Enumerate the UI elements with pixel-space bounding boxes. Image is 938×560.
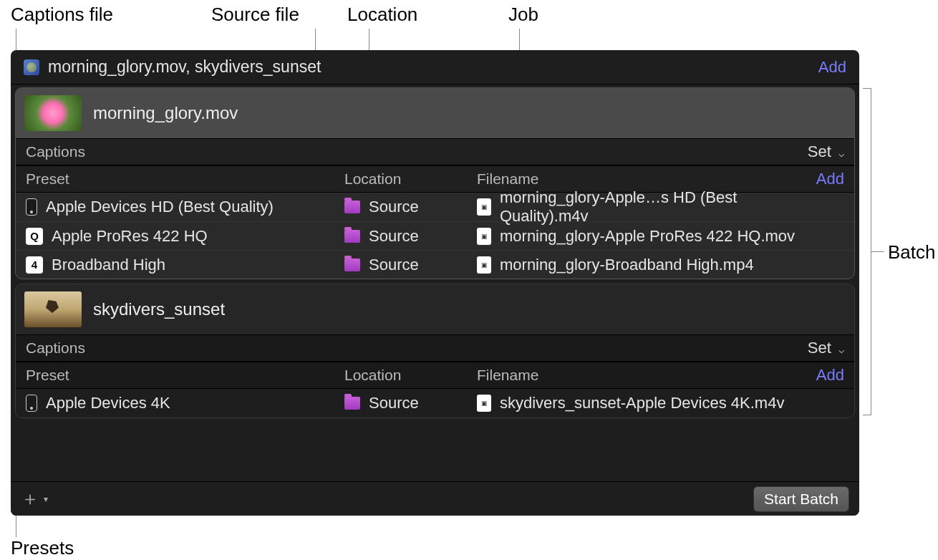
job-name: skydivers_sunset xyxy=(93,299,225,319)
compressor-icon xyxy=(24,59,39,75)
folder-icon xyxy=(344,201,360,213)
preset-add-link[interactable]: Add xyxy=(801,170,844,188)
preset-name: Apple Devices 4K xyxy=(46,394,170,412)
captions-row: CaptionsSet ⌵ xyxy=(16,138,854,165)
job-header[interactable]: skydivers_sunset xyxy=(16,284,854,334)
device-icon xyxy=(26,395,37,412)
captions-row: CaptionsSet ⌵ xyxy=(16,334,854,362)
preset-name: Apple Devices HD (Best Quality) xyxy=(46,198,274,216)
jobs-container: morning_glory.movCaptionsSet ⌵PresetLoca… xyxy=(11,85,859,481)
col-header-filename: Filename xyxy=(477,367,801,384)
preset-row[interactable]: 4Broadband HighSource▣morning_glory-Broa… xyxy=(16,250,854,279)
preset-location: Source xyxy=(369,227,419,246)
callout-presets: Presets xyxy=(11,537,74,559)
folder-icon xyxy=(344,397,360,410)
col-header-preset: Preset xyxy=(26,367,344,384)
batch-panel: morning_glory.mov, skydivers_sunset Add … xyxy=(11,50,859,516)
preset-row[interactable]: QApple ProRes 422 HQSource▣morning_glory… xyxy=(16,221,854,250)
col-header-location: Location xyxy=(344,367,477,384)
prores-icon: Q xyxy=(26,228,43,245)
chevron-down-icon: ⌵ xyxy=(838,148,844,159)
callout-captions-file: Captions file xyxy=(11,4,113,26)
add-preset-button[interactable]: ＋ ▾ xyxy=(21,486,48,511)
captions-label: Captions xyxy=(26,143,85,160)
preset-row[interactable]: Apple Devices HD (Best Quality)Source▣mo… xyxy=(16,193,854,221)
preset-filename: morning_glory-Apple…s HD (Best Quality).… xyxy=(500,188,801,226)
job-thumbnail xyxy=(24,291,82,327)
callout-batch: Batch xyxy=(888,241,936,264)
col-header-filename: Filename xyxy=(477,170,801,188)
captions-set-button[interactable]: Set ⌵ xyxy=(808,339,844,357)
job[interactable]: skydivers_sunsetCaptionsSet ⌵PresetLocat… xyxy=(15,284,855,418)
file-icon: ▣ xyxy=(477,256,491,274)
col-header-preset: Preset xyxy=(26,170,344,188)
batch-title: morning_glory.mov, skydivers_sunset xyxy=(48,57,321,77)
folder-icon xyxy=(344,259,360,271)
callout-line xyxy=(871,251,884,252)
batch-header: morning_glory.mov, skydivers_sunset Add xyxy=(11,50,859,85)
broadband-icon: 4 xyxy=(26,256,43,274)
captions-set-button[interactable]: Set ⌵ xyxy=(808,143,844,161)
callout-location: Location xyxy=(347,4,417,26)
batch-bracket xyxy=(863,88,871,415)
device-icon xyxy=(26,198,37,216)
file-icon: ▣ xyxy=(477,228,491,245)
folder-icon xyxy=(344,230,360,243)
preset-location: Source xyxy=(369,256,419,274)
start-batch-button[interactable]: Start Batch xyxy=(753,486,849,512)
preset-add-link[interactable]: Add xyxy=(801,366,844,385)
col-header-location: Location xyxy=(344,170,477,188)
plus-icon: ＋ xyxy=(21,486,39,511)
file-icon: ▣ xyxy=(477,395,491,412)
preset-name: Apple ProRes 422 HQ xyxy=(52,227,208,246)
preset-location: Source xyxy=(369,394,419,412)
preset-name: Broadband High xyxy=(52,256,165,274)
toolbar: ＋ ▾ Start Batch xyxy=(11,481,859,516)
batch-add-link[interactable]: Add xyxy=(818,58,846,77)
job[interactable]: morning_glory.movCaptionsSet ⌵PresetLoca… xyxy=(15,87,855,279)
callout-job: Job xyxy=(508,4,538,26)
callout-source-file: Source file xyxy=(211,4,299,26)
job-name: morning_glory.mov xyxy=(93,103,238,123)
preset-row[interactable]: Apple Devices 4KSource▣skydivers_sunset-… xyxy=(16,389,854,417)
preset-location: Source xyxy=(369,198,419,216)
preset-header-row: PresetLocationFilenameAdd xyxy=(16,362,854,389)
file-icon: ▣ xyxy=(477,198,491,216)
preset-filename: skydivers_sunset-Apple Devices 4K.m4v xyxy=(500,394,784,412)
chevron-down-icon: ▾ xyxy=(44,494,48,504)
job-header[interactable]: morning_glory.mov xyxy=(16,88,854,138)
captions-label: Captions xyxy=(26,339,85,357)
job-thumbnail xyxy=(24,95,82,131)
preset-filename: morning_glory-Apple ProRes 422 HQ.mov xyxy=(500,227,795,246)
preset-filename: morning_glory-Broadband High.mp4 xyxy=(500,256,754,274)
chevron-down-icon: ⌵ xyxy=(838,344,844,355)
